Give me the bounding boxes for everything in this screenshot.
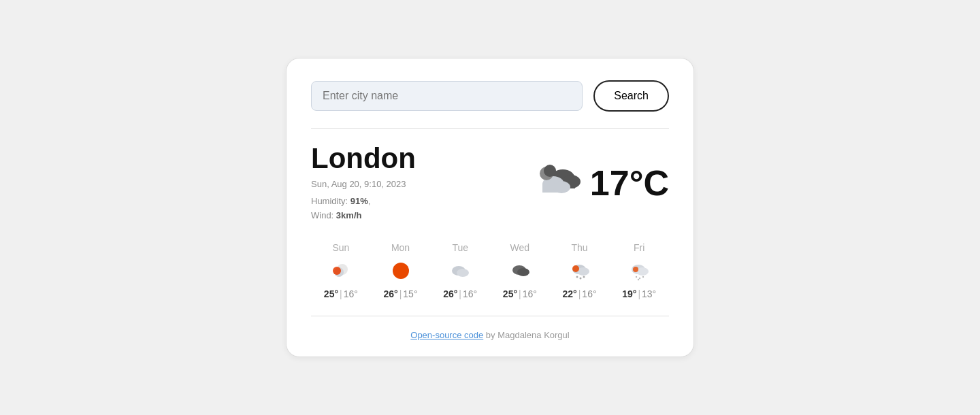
search-input[interactable]: london bbox=[311, 81, 583, 111]
svg-point-25 bbox=[636, 276, 637, 278]
svg-point-15 bbox=[517, 268, 529, 276]
forecast-temps-sun: 25°|16° bbox=[324, 288, 358, 299]
svg-point-11 bbox=[393, 263, 409, 279]
svg-point-28 bbox=[638, 279, 639, 280]
forecast-day-label-mon: Mon bbox=[391, 242, 410, 253]
footer-author: by Magdalena Korgul bbox=[483, 330, 569, 340]
forecast-temps-wed: 25°|16° bbox=[503, 288, 537, 299]
search-button[interactable]: Search bbox=[593, 80, 669, 112]
forecast-day-wed: Wed 25°|16° bbox=[490, 242, 550, 299]
forecast-day-thu: Thu 22°|16° bbox=[550, 242, 610, 299]
open-source-link[interactable]: Open-source code bbox=[410, 330, 483, 340]
forecast-day-sun: Sun 25°|16° bbox=[311, 242, 371, 299]
forecast-temps-mon: 26°|15° bbox=[384, 288, 418, 299]
forecast-day-label-thu: Thu bbox=[571, 242, 587, 253]
temperature-display: 17°C bbox=[590, 163, 669, 203]
forecast-temps-fri: 19°|13° bbox=[622, 288, 656, 299]
forecast-day-label-tue: Tue bbox=[452, 242, 468, 253]
svg-point-24 bbox=[633, 267, 638, 272]
svg-point-13 bbox=[457, 269, 469, 277]
forecast-icon-sun bbox=[330, 259, 352, 283]
city-info: London Sun, Aug 20, 9:10, 2023 Humidity:… bbox=[311, 142, 416, 223]
svg-point-5 bbox=[553, 181, 570, 193]
wind-label: Wind: bbox=[311, 210, 333, 220]
weather-card: london Search London Sun, Aug 20, 9:10, … bbox=[286, 58, 694, 357]
svg-point-7 bbox=[544, 165, 556, 177]
svg-point-19 bbox=[576, 276, 578, 278]
weather-details: Humidity: 91%, Wind: 3km/h bbox=[311, 195, 416, 223]
svg-point-20 bbox=[579, 277, 581, 279]
forecast-icon-fri bbox=[628, 259, 650, 283]
forecast-day-label-sun: Sun bbox=[332, 242, 349, 253]
divider bbox=[311, 128, 669, 129]
svg-point-27 bbox=[642, 276, 644, 278]
city-name: London bbox=[311, 142, 416, 175]
forecast-day-label-fri: Fri bbox=[634, 242, 644, 253]
svg-point-18 bbox=[572, 265, 579, 272]
forecast-day-mon: Mon 26°|15° bbox=[371, 242, 431, 299]
current-weather-icon bbox=[534, 161, 582, 205]
svg-point-10 bbox=[333, 267, 341, 275]
current-weather: London Sun, Aug 20, 9:10, 2023 Humidity:… bbox=[311, 142, 669, 223]
date-display: Sun, Aug 20, 9:10, 2023 bbox=[311, 179, 416, 189]
forecast-row: Sun 25°|16° Mon 26°|15° bbox=[311, 242, 669, 299]
humidity-label: Humidity: bbox=[311, 196, 348, 206]
forecast-day-fri: Fri 19°|13° bbox=[609, 242, 669, 299]
svg-point-26 bbox=[639, 278, 640, 279]
search-row: london Search bbox=[311, 80, 669, 112]
forecast-temps-tue: 26°|16° bbox=[443, 288, 477, 299]
forecast-icon-tue bbox=[449, 259, 471, 283]
humidity-value: 91% bbox=[350, 196, 368, 206]
wind-value: 3km/h bbox=[336, 210, 362, 220]
forecast-day-tue: Tue 26°|16° bbox=[430, 242, 490, 299]
footer: Open-source code by Magdalena Korgul bbox=[311, 330, 669, 340]
svg-point-21 bbox=[583, 276, 585, 278]
forecast-icon-mon bbox=[390, 259, 412, 283]
temp-display: 17°C bbox=[534, 161, 669, 205]
forecast-day-label-wed: Wed bbox=[510, 242, 530, 253]
forecast-temps-thu: 22°|16° bbox=[563, 288, 597, 299]
forecast-icon-wed bbox=[509, 259, 531, 283]
footer-divider bbox=[311, 316, 669, 316]
forecast-icon-thu bbox=[569, 259, 591, 283]
